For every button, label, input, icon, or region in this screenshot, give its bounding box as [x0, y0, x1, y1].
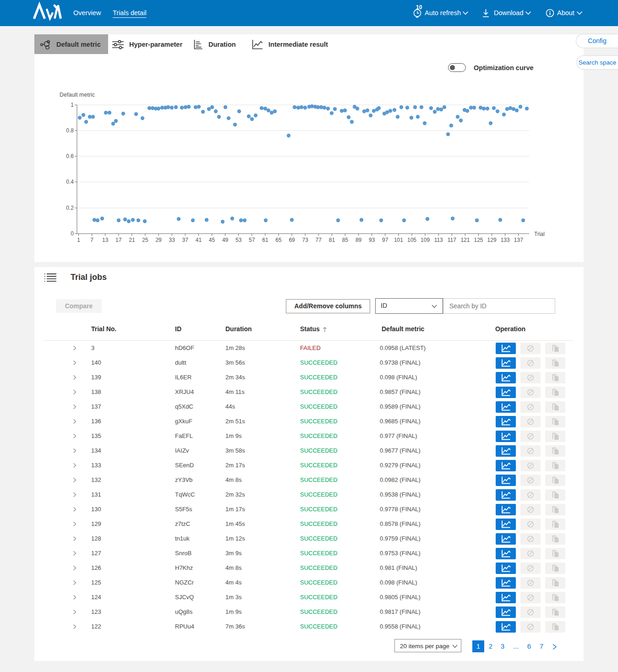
svg-text:37: 37	[182, 237, 189, 243]
svg-text:129: 129	[487, 237, 497, 243]
svg-text:101: 101	[394, 237, 403, 243]
svg-text:0.6: 0.6	[66, 153, 74, 159]
svg-text:89: 89	[355, 237, 362, 243]
svg-text:0.8: 0.8	[66, 127, 74, 134]
svg-text:53: 53	[235, 237, 242, 243]
svg-text:105: 105	[407, 237, 416, 243]
svg-text:1: 1	[71, 102, 74, 108]
svg-text:0.2: 0.2	[66, 205, 74, 211]
svg-text:0.4: 0.4	[66, 179, 74, 185]
svg-text:133: 133	[501, 237, 510, 243]
svg-text:137: 137	[514, 237, 523, 243]
svg-text:65: 65	[275, 237, 282, 243]
svg-text:109: 109	[421, 237, 430, 243]
svg-text:Default metric: Default metric	[60, 92, 95, 98]
svg-text:121: 121	[460, 237, 470, 243]
svg-text:7: 7	[90, 237, 93, 243]
svg-text:73: 73	[302, 237, 309, 243]
svg-text:93: 93	[369, 237, 375, 243]
svg-text:Trial: Trial	[534, 231, 545, 237]
svg-text:117: 117	[448, 237, 456, 243]
svg-text:97: 97	[382, 237, 388, 243]
svg-text:125: 125	[474, 237, 483, 243]
svg-text:29: 29	[155, 237, 162, 243]
svg-text:21: 21	[129, 237, 135, 243]
svg-text:1: 1	[77, 237, 80, 243]
svg-text:69: 69	[289, 237, 295, 243]
svg-text:57: 57	[249, 237, 255, 243]
svg-text:25: 25	[142, 237, 148, 243]
svg-text:85: 85	[342, 237, 349, 243]
svg-text:77: 77	[316, 237, 322, 243]
svg-text:41: 41	[196, 237, 202, 243]
svg-text:81: 81	[329, 237, 335, 243]
svg-text:0: 0	[71, 230, 74, 237]
svg-text:33: 33	[169, 237, 175, 243]
svg-text:13: 13	[102, 237, 109, 243]
svg-text:49: 49	[222, 237, 229, 243]
svg-text:17: 17	[115, 237, 122, 243]
svg-text:113: 113	[434, 237, 443, 243]
svg-text:61: 61	[262, 237, 268, 243]
svg-text:45: 45	[209, 237, 215, 243]
